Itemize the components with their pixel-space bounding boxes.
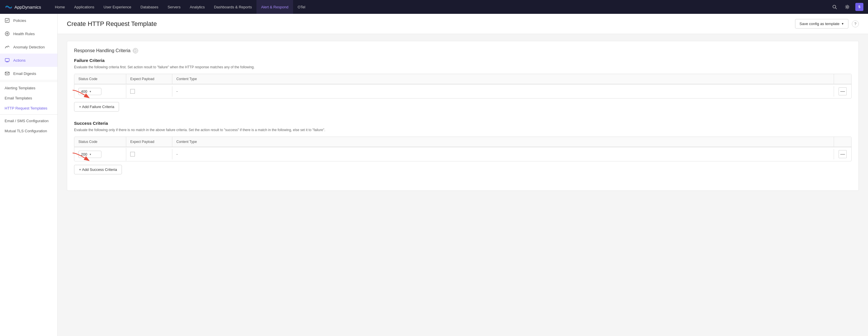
- failure-table-header: Status Code Expect Payload Content Type: [74, 74, 851, 84]
- failure-remove-button[interactable]: —: [839, 87, 847, 95]
- nav-user-experience[interactable]: User Experience: [99, 0, 136, 14]
- success-table-header: Status Code Expect Payload Content Type: [74, 137, 851, 147]
- policies-icon: [5, 18, 10, 23]
- sidebar-email-templates[interactable]: Email Templates: [0, 93, 57, 103]
- health-rules-icon: [5, 31, 10, 36]
- nav-alert-respond[interactable]: Alert & Respond: [256, 0, 293, 14]
- sidebar-item-policies[interactable]: Policies: [0, 14, 57, 27]
- nav-otel[interactable]: OTel: [293, 0, 310, 14]
- content-area: Response Handling Criteria ⓘ Failure Cri…: [58, 34, 868, 198]
- sidebar-item-email-digests-label: Email Digests: [13, 71, 36, 76]
- success-col-expect-payload: Expect Payload: [126, 137, 172, 147]
- nav-databases[interactable]: Databases: [136, 0, 163, 14]
- save-config-template-button[interactable]: Save config as template ▼: [795, 19, 848, 29]
- actions-icon: [5, 58, 10, 63]
- success-criteria-table-container: Status Code Expect Payload Content Type …: [74, 136, 851, 161]
- page-title: Create HTTP Request Template: [67, 20, 157, 28]
- failure-criteria-desc: Evaluate the following criteria first. S…: [74, 65, 851, 70]
- success-col-content-type: Content Type: [172, 137, 834, 147]
- success-col-action: [834, 137, 851, 147]
- failure-criteria-section: Failure Criteria Evaluate the following …: [74, 58, 851, 112]
- success-expect-payload-cell: [126, 149, 172, 159]
- page-header: Create HTTP Request Template Save config…: [58, 14, 868, 34]
- success-expect-payload-checkbox[interactable]: [130, 152, 135, 156]
- nav-servers[interactable]: Servers: [163, 0, 185, 14]
- sidebar-email-sms-config[interactable]: Email / SMS Configuration: [0, 116, 57, 126]
- save-config-label: Save config as template: [799, 22, 839, 26]
- sidebar-item-anomaly-detection[interactable]: Anomaly Detection: [0, 40, 57, 54]
- sidebar-alerting-templates[interactable]: Alerting Templates: [0, 83, 57, 93]
- failure-col-expect-payload: Expect Payload: [126, 74, 172, 84]
- sidebar-item-health-rules[interactable]: Health Rules: [0, 27, 57, 40]
- anomaly-detection-icon: [5, 44, 10, 50]
- failure-status-code-select[interactable]: 400 ▾: [79, 88, 101, 95]
- failure-content-type-value: -: [176, 89, 178, 94]
- nav-analytics[interactable]: Analytics: [185, 0, 209, 14]
- sidebar-item-email-digests[interactable]: Email Digests: [0, 67, 57, 80]
- sidebar-config-section: Email / SMS Configuration Mutual TLS Con…: [0, 116, 57, 136]
- success-status-code-value: 200: [81, 152, 87, 156]
- brand: AppDynamics: [5, 4, 41, 9]
- user-avatar[interactable]: 5: [855, 3, 863, 11]
- success-remove-cell: —: [834, 147, 851, 161]
- success-status-code-select[interactable]: 200 ▾: [79, 151, 101, 158]
- sidebar: Policies Health Rules Anomaly Detection …: [0, 14, 58, 336]
- failure-table-row: 400 ▾ -: [74, 84, 851, 98]
- settings-icon[interactable]: [843, 2, 852, 11]
- failure-criteria-table-container: Status Code Expect Payload Content Type …: [74, 74, 851, 98]
- svg-rect-4: [5, 19, 9, 23]
- success-criteria-title: Success Criteria: [74, 121, 851, 126]
- app-layout: Policies Health Rules Anomaly Detection …: [0, 14, 868, 336]
- failure-col-action: [834, 74, 851, 84]
- sidebar-http-request-templates[interactable]: HTTP Request Templates: [0, 103, 57, 113]
- svg-rect-11: [5, 72, 9, 75]
- sidebar-sub-section: Alerting Templates Email Templates HTTP …: [0, 83, 57, 113]
- help-icon[interactable]: ?: [852, 21, 859, 27]
- page-header-actions: Save config as template ▼ ?: [795, 19, 859, 29]
- failure-col-status-code: Status Code: [74, 74, 126, 84]
- nav-home[interactable]: Home: [51, 0, 70, 14]
- nav-right-actions: 5: [830, 2, 863, 11]
- section-title: Response Handling Criteria: [74, 48, 130, 53]
- svg-point-3: [846, 6, 848, 8]
- failure-remove-cell: —: [834, 85, 851, 98]
- brand-logo[interactable]: AppDynamics: [5, 4, 41, 9]
- response-handling-card: Response Handling Criteria ⓘ Failure Cri…: [67, 41, 859, 191]
- success-criteria-table: Status Code Expect Payload Content Type …: [74, 136, 851, 161]
- failure-criteria-title: Failure Criteria: [74, 58, 851, 63]
- dropdown-chevron-icon: ▼: [841, 22, 844, 25]
- success-criteria-desc: Evaluate the following only if there is …: [74, 127, 851, 132]
- sidebar-item-policies-label: Policies: [13, 19, 26, 23]
- success-table-row: 200 ▾ -: [74, 147, 851, 161]
- section-info-icon[interactable]: ⓘ: [133, 48, 138, 53]
- sidebar-main-section: Policies Health Rules Anomaly Detection …: [0, 14, 57, 81]
- sidebar-mutual-tls[interactable]: Mutual TLS Configuration: [0, 126, 57, 136]
- success-col-status-code: Status Code: [74, 137, 126, 147]
- success-remove-button[interactable]: —: [839, 150, 847, 158]
- failure-col-content-type: Content Type: [172, 74, 834, 84]
- add-success-criteria-button[interactable]: + Add Success Criteria: [74, 165, 122, 174]
- nav-items: Home Applications User Experience Databa…: [51, 0, 830, 14]
- svg-line-2: [835, 8, 837, 9]
- success-content-type-cell: -: [172, 149, 834, 159]
- sidebar-item-actions[interactable]: Actions: [0, 54, 57, 67]
- success-content-type-value: -: [176, 152, 178, 156]
- add-success-criteria-label: + Add Success Criteria: [79, 167, 117, 172]
- failure-status-code-cell: 400 ▾: [74, 85, 126, 98]
- search-icon[interactable]: [830, 2, 839, 11]
- failure-expect-payload-checkbox[interactable]: [130, 89, 135, 94]
- nav-applications[interactable]: Applications: [69, 0, 99, 14]
- nav-dashboards[interactable]: Dashboards & Reports: [209, 0, 256, 14]
- success-status-code-cell: 200 ▾: [74, 148, 126, 161]
- sidebar-item-health-rules-label: Health Rules: [13, 32, 35, 36]
- success-criteria-section: Success Criteria Evaluate the following …: [74, 121, 851, 174]
- failure-expect-payload-cell: [126, 86, 172, 96]
- failure-criteria-table: Status Code Expect Payload Content Type …: [74, 74, 851, 98]
- sidebar-divider-1: [0, 82, 57, 82]
- failure-content-type-cell: -: [172, 86, 834, 96]
- failure-status-dropdown-icon: ▾: [90, 90, 91, 93]
- top-navigation: AppDynamics Home Applications User Exper…: [0, 0, 868, 14]
- sidebar-divider-2: [0, 114, 57, 115]
- add-failure-criteria-label: + Add Failure Criteria: [79, 104, 114, 109]
- add-failure-criteria-button[interactable]: + Add Failure Criteria: [74, 102, 119, 112]
